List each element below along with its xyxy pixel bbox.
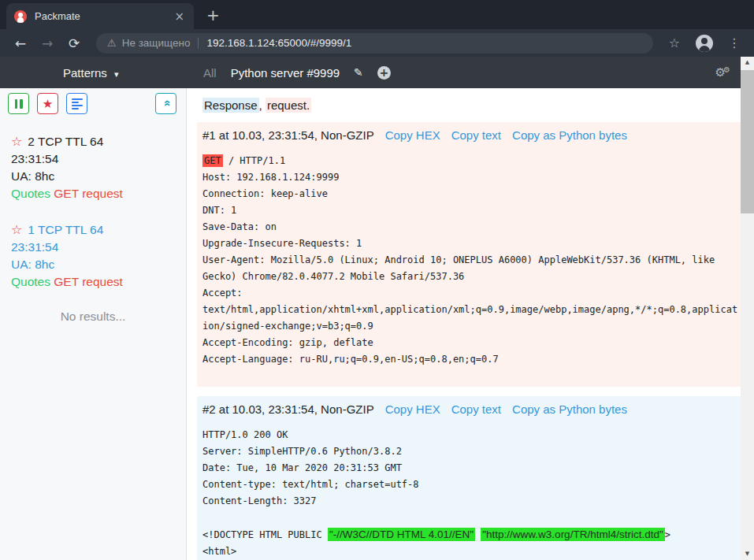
- highlight-get: GET: [202, 154, 223, 167]
- security-label: Не защищено: [122, 37, 191, 49]
- tag-pattern: GET request: [54, 275, 123, 288]
- pause-capture-button[interactable]: [8, 93, 29, 114]
- bookmark-star-icon[interactable]: ☆: [664, 35, 685, 50]
- forward-button[interactable]: →: [36, 35, 58, 51]
- packet-card-request: #1 at 10.03, 23:31:54, Non-GZIP Copy HEX…: [197, 122, 746, 387]
- settings-gears-icon[interactable]: ⚙⚙: [715, 65, 730, 80]
- scroll-up-icon[interactable]: ▲: [741, 57, 754, 69]
- stream-tags: Quotes GET request: [11, 273, 178, 291]
- double-chevron-up-icon: »: [159, 101, 173, 106]
- app-header: Patterns ▾ All Python server #9999 ✎ + ⚙…: [0, 57, 754, 88]
- new-tab-button[interactable]: +: [206, 6, 220, 24]
- stream-time: 23:31:54: [11, 239, 178, 256]
- patterns-dropdown[interactable]: Patterns ▾: [63, 66, 119, 80]
- found-words-line: Response, request.: [197, 98, 746, 113]
- list-filter-button[interactable]: [66, 93, 87, 114]
- copy-text-link[interactable]: Copy text: [451, 128, 501, 142]
- packet-header: #1 at 10.03, 23:31:54, Non-GZIP: [202, 128, 374, 142]
- collapse-sidebar-button[interactable]: »: [155, 93, 176, 114]
- stream-time: 23:31:54: [11, 150, 178, 168]
- edit-pattern-icon[interactable]: ✎: [354, 66, 363, 79]
- reload-button[interactable]: ⟳: [63, 35, 85, 51]
- browser-tab-bar: Packmate × +: [0, 0, 754, 29]
- stream-ua: UA: 8hc: [11, 168, 178, 185]
- stream-item[interactable]: ☆ 2 TCP TTL 64 23:31:54 UA: 8hc Quotes G…: [8, 133, 178, 202]
- highlight-dtd-url: "http://www.w3.org/TR/html4/strict.dtd": [481, 528, 664, 541]
- copy-hex-link[interactable]: Copy HEX: [385, 402, 440, 416]
- add-pattern-button[interactable]: +: [377, 66, 391, 80]
- stream-title: 1 TCP TTL 64: [28, 221, 103, 239]
- packmate-favicon-icon: [14, 10, 27, 23]
- packet-header: #2 at 10.03, 23:31:54, Non-GZIP: [202, 402, 374, 416]
- chevron-down-icon: ▾: [114, 69, 119, 80]
- scrollbar-thumb[interactable]: [741, 70, 754, 213]
- star-outline-icon[interactable]: ☆: [11, 221, 22, 239]
- back-button[interactable]: ←: [9, 35, 32, 51]
- align-left-icon: [72, 97, 83, 111]
- packet-body: GET / HTTP/1.1 Host: 192.168.1.124:9999 …: [202, 153, 738, 368]
- tab-current-pattern[interactable]: Python server #9999: [231, 66, 340, 80]
- tag-pattern: GET request: [54, 187, 123, 200]
- page-scrollbar[interactable]: ▲ ▼: [741, 57, 754, 560]
- address-bar[interactable]: ⚠ Не защищено 192.168.1.124:65000/#/9999…: [96, 33, 653, 54]
- not-secure-warning-icon[interactable]: ⚠: [107, 37, 117, 49]
- stream-tags: Quotes GET request: [11, 185, 178, 202]
- browser-tab[interactable]: Packmate ×: [6, 3, 194, 29]
- tab-close-icon[interactable]: ×: [173, 9, 186, 24]
- pause-icon: [15, 99, 23, 109]
- highlight-dtd-public: "-//W3C//DTD HTML 4.01//EN": [328, 528, 475, 541]
- tab-title: Packmate: [35, 10, 173, 22]
- profile-avatar[interactable]: [696, 35, 713, 52]
- stream-title: 2 TCP TTL 64: [28, 133, 103, 150]
- copy-text-link[interactable]: Copy text: [451, 402, 501, 416]
- packets-panel: Response, request. #1 at 10.03, 23:31:54…: [187, 88, 754, 560]
- browser-toolbar: ← → ⟳ ⚠ Не защищено 192.168.1.124:65000/…: [0, 29, 754, 57]
- packet-card-response: #2 at 10.03, 23:31:54, Non-GZIP Copy HEX…: [197, 396, 746, 560]
- stream-item-active[interactable]: ☆ 1 TCP TTL 64 23:31:54 UA: 8hc Quotes G…: [8, 221, 178, 291]
- copy-python-bytes-link[interactable]: Copy as Python bytes: [512, 402, 627, 416]
- scroll-down-icon[interactable]: ▼: [741, 548, 754, 560]
- tag-quotes: Quotes: [11, 187, 50, 200]
- found-word-request: request.: [266, 98, 311, 113]
- favorites-filter-button[interactable]: ★: [37, 93, 58, 114]
- star-outline-icon[interactable]: ☆: [11, 133, 22, 150]
- tag-quotes: Quotes: [11, 275, 50, 288]
- copy-python-bytes-link[interactable]: Copy as Python bytes: [512, 128, 627, 142]
- packet-body: HTTP/1.0 200 OK Server: SimpleHTTP/0.6 P…: [202, 427, 738, 560]
- copy-hex-link[interactable]: Copy HEX: [385, 128, 440, 142]
- patterns-label: Patterns: [63, 66, 107, 80]
- tab-all-patterns[interactable]: All: [203, 66, 217, 80]
- found-word-response: Response: [202, 98, 259, 113]
- stream-ua: UA: 8hc: [11, 256, 178, 273]
- streams-sidebar: ★ » ☆ 2 TCP TTL 64 23:31:54 UA: 8hc Quot…: [0, 88, 187, 560]
- browser-menu-icon[interactable]: ⋮: [724, 35, 745, 50]
- url-text: 192.168.1.124:65000/#/9999/1: [206, 37, 351, 49]
- no-results-label: No results...: [8, 310, 178, 324]
- url-divider: [198, 38, 199, 49]
